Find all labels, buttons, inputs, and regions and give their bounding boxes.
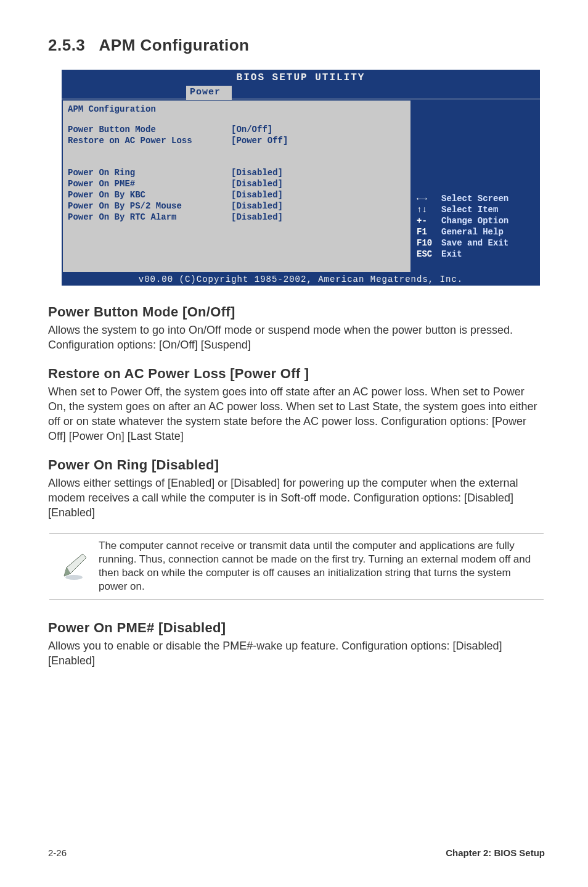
bios-nav-help: ←→Select Screen ↑↓Select Item +-Change O… [417,193,534,260]
section-number: 2.5.3 [48,36,85,54]
bios-row: Restore on AC Power Loss [Power Off] [68,135,406,146]
section-title: APM Configuration [99,36,250,54]
bios-body: APM Configuration Power Button Mode [On/… [62,99,540,273]
bios-row: Power On Ring [Disabled] [68,167,406,178]
nav-key: F10 [417,237,441,249]
bios-row-value: [Disabled] [231,212,283,223]
bios-panel-heading: APM Configuration [68,104,406,114]
page-number: 2-26 [48,848,67,858]
bios-row-label: Power On Ring [68,167,231,178]
svg-point-0 [65,575,83,580]
nav-key: ↑↓ [417,204,441,215]
setting-title: Power Button Mode [On/Off] [48,304,545,320]
setting-body: Allows you to enable or disable the PME#… [48,638,545,668]
bios-row-value: [On/Off] [231,124,272,135]
bios-header-title: BIOS SETUP UTILITY [62,70,540,85]
section-heading: 2.5.3 APM Configuration [48,36,545,55]
bios-row-label: Restore on AC Power Loss [68,135,231,146]
setting-body: When set to Power Off, the system goes i… [48,384,545,444]
setting-title: Restore on AC Power Loss [Power Off ] [48,366,545,382]
nav-desc: Exit [441,249,462,260]
bios-row-label: Power On PME# [68,178,231,189]
bios-screenshot: BIOS SETUP UTILITY Power APM Configurati… [62,70,540,286]
chapter-label: Chapter 2: BIOS Setup [446,848,545,858]
bios-footer: v00.00 (C)Copyright 1985-2002, American … [62,273,540,286]
bios-row-label: Power On By RTC Alarm [68,212,231,223]
bios-group: Power On Ring [Disabled] Power On PME# [… [68,167,406,223]
note-text: The computer cannot receive or transmit … [99,539,544,593]
setting-body: Allows either settings of [Enabled] or [… [48,476,545,520]
bios-row: Power On By RTC Alarm [Disabled] [68,212,406,223]
setting-body: Allows the system to go into On/Off mode… [48,323,545,352]
bios-row-label: Power On By KBC [68,189,231,200]
nav-desc: Change Option [441,215,508,226]
setting-title: Power On Ring [Disabled] [48,457,545,473]
nav-desc: General Help [441,226,504,237]
bios-row: Power On By PS/2 Mouse [Disabled] [68,200,406,212]
bios-active-tab: Power [186,86,232,100]
nav-desc: Select Screen [441,193,508,204]
page-footer: 2-26 Chapter 2: BIOS Setup [48,848,545,858]
nav-desc: Select Item [441,204,498,215]
bios-row-value: [Disabled] [231,200,283,212]
note-block: The computer cannot receive or transmit … [49,534,544,600]
setting-title: Power On PME# [Disabled] [48,620,545,636]
pencil-icon [49,539,99,593]
bios-row-value: [Disabled] [231,167,283,178]
nav-key: F1 [417,226,441,237]
bios-row-label: Power On By PS/2 Mouse [68,200,231,212]
bios-row: Power On PME# [Disabled] [68,178,406,189]
bios-row-label: Power Button Mode [68,124,231,135]
bios-left-panel: APM Configuration Power Button Mode [On/… [62,99,410,273]
bios-row: Power On By KBC [Disabled] [68,189,406,200]
nav-key: ←→ [417,193,441,204]
bios-row-value: [Disabled] [231,189,283,200]
bios-row-value: [Disabled] [231,178,283,189]
nav-key: ESC [417,249,441,260]
bios-right-panel: ←→Select Screen ↑↓Select Item +-Change O… [410,99,540,273]
nav-desc: Save and Exit [441,237,508,249]
bios-row: Power Button Mode [On/Off] [68,124,406,135]
bios-row-value: [Power Off] [231,135,288,146]
nav-key: +- [417,215,441,226]
